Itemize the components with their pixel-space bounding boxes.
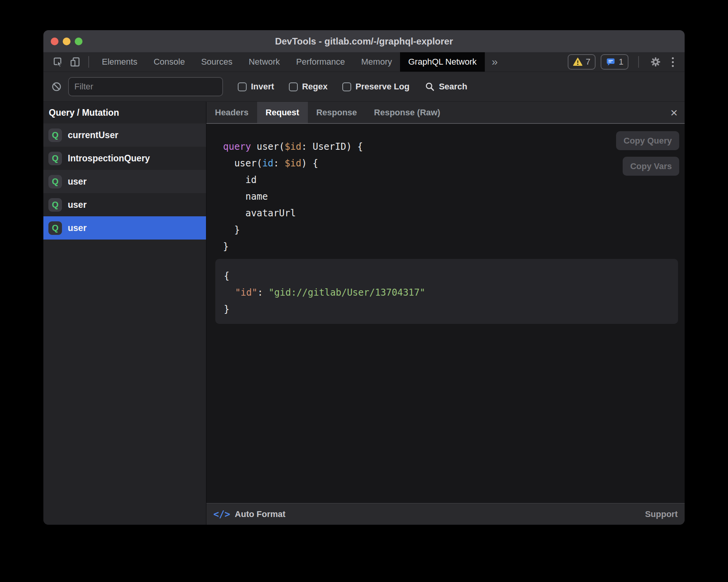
titlebar: DevTools - gitlab.com/-/graphql-explorer: [43, 30, 685, 52]
detail-tab-request[interactable]: Request: [257, 102, 308, 123]
devtools-tabs: ElementsConsoleSourcesNetworkPerformance…: [94, 52, 485, 72]
auto-format-button[interactable]: </> Auto Format: [213, 509, 285, 520]
search-icon: [425, 82, 435, 92]
filter-input[interactable]: [68, 77, 223, 96]
support-link[interactable]: Support: [645, 509, 678, 519]
query-list-item[interactable]: Quser: [43, 216, 206, 240]
clear-icon[interactable]: [51, 81, 62, 92]
device-toolbar-icon[interactable]: [67, 52, 84, 72]
traffic-lights: [51, 30, 82, 52]
request-content: query user($id: UserID) { user(id: $id) …: [206, 124, 685, 503]
query-label: user: [68, 176, 87, 187]
message-icon: [606, 57, 616, 67]
request-code-line: }: [223, 238, 685, 255]
zoom-window-button[interactable]: [75, 38, 82, 45]
request-code: query user($id: UserID) { user(id: $id) …: [206, 139, 685, 255]
code-brackets-icon: </>: [213, 509, 230, 520]
request-code-line: name: [223, 188, 685, 205]
auto-format-label: Auto Format: [235, 509, 285, 519]
devtools-tabbar: ElementsConsoleSourcesNetworkPerformance…: [43, 52, 685, 72]
variables-code-line: }: [224, 301, 678, 318]
controls-separator: [638, 56, 639, 68]
warning-count: 7: [586, 57, 591, 67]
request-code-line: id: [223, 172, 685, 188]
tab-performance[interactable]: Performance: [288, 52, 353, 72]
query-list-item[interactable]: QIntrospectionQuery: [43, 147, 206, 170]
tabbar-separator: [88, 56, 89, 68]
query-label: user: [68, 200, 87, 210]
query-list: QcurrentUserQIntrospectionQueryQuserQuse…: [43, 123, 206, 240]
copy-query-button[interactable]: Copy Query: [616, 131, 679, 150]
invert-checkbox-label: Invert: [251, 82, 274, 92]
query-type-badge: Q: [48, 175, 62, 188]
filter-checkboxes: InvertRegexPreserve Log: [223, 82, 409, 92]
filter-bar: InvertRegexPreserve Log Search: [43, 72, 685, 102]
query-label: currentUser: [68, 130, 118, 140]
detail-tab-response-raw[interactable]: Response (Raw): [366, 102, 449, 123]
copy-vars-button[interactable]: Copy Vars: [623, 157, 679, 176]
search-button[interactable]: Search: [425, 82, 467, 92]
tab-network[interactable]: Network: [240, 52, 288, 72]
detail-tab-response[interactable]: Response: [308, 102, 366, 123]
close-detail-icon[interactable]: ×: [670, 106, 678, 119]
tab-console[interactable]: Console: [146, 52, 193, 72]
more-tabs-button[interactable]: »: [485, 52, 505, 72]
copy-buttons: Copy Query Copy Vars: [616, 131, 679, 176]
settings-gear-icon[interactable]: [649, 56, 663, 68]
tabbar-right-controls: 7 1: [568, 52, 685, 72]
query-sidebar: Query / Mutation QcurrentUserQIntrospect…: [43, 102, 206, 525]
request-code-line: avatarUrl: [223, 205, 685, 222]
minimize-window-button[interactable]: [63, 38, 70, 45]
tab-memory[interactable]: Memory: [353, 52, 400, 72]
request-code-line: user(id: $id) {: [223, 155, 685, 172]
preserve-log-checkbox-label: Preserve Log: [355, 82, 409, 92]
message-count: 1: [619, 57, 623, 67]
variables-code-line: "id": "gid://gitlab/User/13704317": [224, 284, 678, 301]
regex-checkbox-label: Regex: [302, 82, 328, 92]
preserve-log-checkbox-box: [342, 82, 351, 91]
detail-footer: </> Auto Format Support: [206, 503, 685, 525]
search-label: Search: [439, 82, 467, 92]
query-list-item[interactable]: Quser: [43, 193, 206, 216]
regex-checkbox-box: [289, 82, 298, 91]
warnings-badge[interactable]: 7: [568, 54, 596, 70]
checkbox-invert[interactable]: Invert: [238, 82, 274, 92]
checkbox-preserve-log[interactable]: Preserve Log: [342, 82, 409, 92]
checkbox-regex[interactable]: Regex: [289, 82, 328, 92]
invert-checkbox-box: [238, 82, 247, 91]
query-list-item[interactable]: QcurrentUser: [43, 123, 206, 147]
menu-kebab-icon[interactable]: [668, 57, 678, 67]
request-detail-panel: HeadersRequestResponseResponse (Raw) × q…: [206, 102, 685, 525]
request-code-line: query user($id: UserID) {: [223, 139, 685, 155]
detail-tabstrip: HeadersRequestResponseResponse (Raw) ×: [206, 102, 685, 124]
main-area: Query / Mutation QcurrentUserQIntrospect…: [43, 102, 685, 525]
query-type-badge: Q: [48, 221, 62, 235]
query-type-badge: Q: [48, 128, 62, 142]
tab-graphql-network[interactable]: GraphQL Network: [400, 52, 484, 72]
close-window-button[interactable]: [51, 38, 58, 45]
variables-box: { "id": "gid://gitlab/User/13704317"}: [215, 259, 678, 324]
detail-tab-headers[interactable]: Headers: [206, 102, 257, 123]
request-tabs-container: HeadersRequestResponseResponse (Raw): [206, 102, 449, 123]
tab-sources[interactable]: Sources: [193, 52, 240, 72]
issues-badge[interactable]: 1: [601, 54, 628, 70]
tab-elements[interactable]: Elements: [94, 52, 146, 72]
variables-code: { "id": "gid://gitlab/User/13704317"}: [224, 268, 678, 318]
query-label: IntrospectionQuery: [68, 153, 150, 164]
window-title: DevTools - gitlab.com/-/graphql-explorer: [275, 36, 453, 47]
sidebar-header: Query / Mutation: [43, 102, 206, 123]
warning-icon: [573, 57, 583, 67]
query-label: user: [68, 223, 87, 233]
devtools-window: DevTools - gitlab.com/-/graphql-explorer…: [43, 30, 685, 525]
variables-code-line: {: [224, 268, 678, 284]
query-list-item[interactable]: Quser: [43, 170, 206, 193]
query-type-badge: Q: [48, 152, 62, 165]
inspect-element-icon[interactable]: [50, 52, 67, 72]
query-type-badge: Q: [48, 198, 62, 212]
request-code-line: }: [223, 222, 685, 238]
